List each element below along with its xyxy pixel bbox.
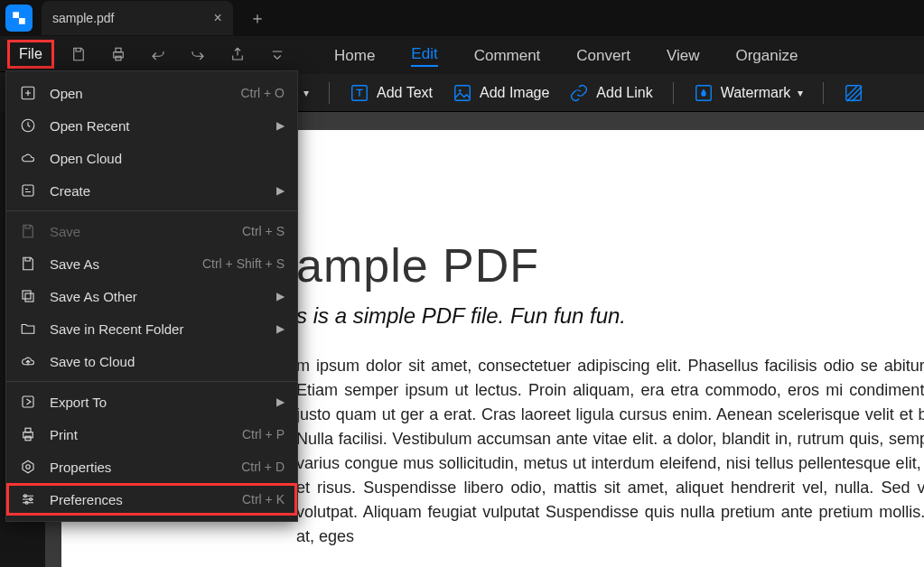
svg-point-7 — [459, 88, 462, 91]
menu-open-recent[interactable]: Open Recent ▶ — [6, 109, 297, 142]
menu-create[interactable]: Create ▶ — [6, 174, 297, 207]
menu-save-cloud[interactable]: Save to Cloud — [6, 345, 297, 377]
save-as-icon — [19, 256, 37, 272]
print-quick-icon[interactable] — [103, 39, 134, 70]
chevron-right-icon: ▶ — [276, 322, 285, 335]
share-icon[interactable] — [222, 39, 253, 70]
plus-icon — [19, 85, 37, 101]
title-bar: sample.pdf × ＋ — [0, 0, 924, 36]
svg-rect-18 — [25, 436, 31, 441]
svg-rect-17 — [25, 428, 31, 432]
more-tool-button[interactable] — [844, 83, 863, 103]
divider — [823, 82, 824, 104]
menu-save-as-other[interactable]: Save As Other ▶ — [6, 280, 297, 312]
doc-body: m ipsum dolor sit amet, consectetuer adi… — [296, 354, 924, 549]
svg-rect-14 — [25, 293, 33, 302]
dropdown-more-icon[interactable] — [262, 39, 293, 70]
file-dropdown-menu: Open Ctrl + O Open Recent ▶ Open Cloud C… — [5, 70, 298, 522]
doc-subtitle: s is a simple PDF file. Fun fun fun. — [296, 303, 924, 329]
menu-organize[interactable]: Organize — [735, 47, 798, 65]
cloud-upload-icon — [19, 353, 37, 369]
svg-rect-3 — [116, 48, 121, 52]
menu-edit[interactable]: Edit — [411, 45, 437, 67]
svg-rect-16 — [23, 432, 33, 438]
svg-rect-13 — [23, 291, 31, 299]
menu-save-as[interactable]: Save As Ctrl + Shift + S — [6, 247, 297, 280]
svg-rect-6 — [455, 85, 471, 100]
preferences-icon — [19, 491, 37, 507]
file-button[interactable]: File — [7, 40, 54, 69]
watermark-button[interactable]: Watermark ▾ — [694, 83, 804, 103]
hatch-icon — [844, 83, 863, 103]
watermark-icon — [694, 83, 714, 103]
edit-toolbar: ▾ Add Text Add Image Add Link Watermark … — [298, 74, 924, 112]
chevron-right-icon: ▶ — [276, 290, 285, 302]
document-tab[interactable]: sample.pdf × — [42, 1, 233, 35]
text-icon — [350, 83, 369, 103]
svg-rect-4 — [116, 56, 121, 60]
create-icon — [19, 182, 37, 199]
menu-comment[interactable]: Comment — [474, 47, 541, 65]
menu-save: Save Ctrl + S — [6, 215, 297, 247]
svg-rect-2 — [114, 51, 124, 57]
export-icon — [19, 394, 37, 410]
menu-home[interactable]: Home — [334, 47, 375, 65]
svg-rect-1 — [19, 18, 25, 24]
menu-preferences[interactable]: Preferences Ctrl + K — [6, 483, 297, 516]
add-link-button[interactable]: Add Link — [569, 83, 652, 103]
add-text-button[interactable]: Add Text — [350, 83, 433, 103]
close-tab-icon[interactable]: × — [213, 10, 221, 26]
cloud-icon — [19, 150, 37, 166]
clock-icon — [19, 117, 37, 134]
folder-icon — [19, 321, 37, 337]
menu-properties[interactable]: Properties Ctrl + D — [6, 451, 297, 483]
save-other-icon — [19, 288, 37, 304]
doc-heading: ample PDF — [296, 238, 924, 293]
image-icon — [453, 83, 472, 103]
menu-save-recent-folder[interactable]: Save in Recent Folder ▶ — [6, 312, 297, 345]
menu-export-to[interactable]: Export To ▶ — [6, 386, 297, 418]
menu-convert[interactable]: Convert — [576, 47, 630, 65]
svg-point-20 — [26, 465, 31, 469]
menu-print[interactable]: Print Ctrl + P — [6, 418, 297, 451]
chevron-right-icon: ▶ — [276, 395, 285, 408]
separator — [6, 210, 297, 211]
menu-open[interactable]: Open Ctrl + O — [6, 77, 297, 109]
save-quick-icon[interactable] — [63, 39, 94, 70]
main-menu-bar: Home Edit Comment Convert View Organize — [298, 38, 924, 74]
svg-marker-19 — [23, 460, 33, 473]
svg-rect-9 — [846, 85, 862, 100]
divider — [673, 82, 674, 104]
divider — [329, 82, 330, 104]
add-image-button[interactable]: Add Image — [453, 83, 549, 103]
svg-rect-0 — [13, 12, 19, 18]
properties-icon — [19, 459, 37, 475]
save-icon — [19, 223, 37, 239]
undo-icon[interactable] — [143, 39, 173, 70]
app-logo — [5, 5, 33, 32]
tab-title: sample.pdf — [52, 11, 114, 25]
new-tab-button[interactable]: ＋ — [249, 7, 266, 29]
separator — [6, 381, 297, 382]
svg-rect-12 — [23, 185, 33, 196]
print-icon — [19, 426, 37, 442]
chevron-right-icon: ▶ — [276, 184, 285, 197]
chevron-right-icon: ▶ — [276, 119, 285, 132]
redo-icon[interactable] — [182, 39, 213, 70]
menu-open-cloud[interactable]: Open Cloud — [6, 142, 297, 174]
chevron-down-icon: ▾ — [798, 87, 803, 99]
menu-view[interactable]: View — [667, 47, 700, 65]
link-icon — [569, 83, 589, 103]
toolbar-overflow-caret[interactable]: ▾ — [303, 87, 309, 99]
svg-rect-15 — [23, 396, 33, 407]
